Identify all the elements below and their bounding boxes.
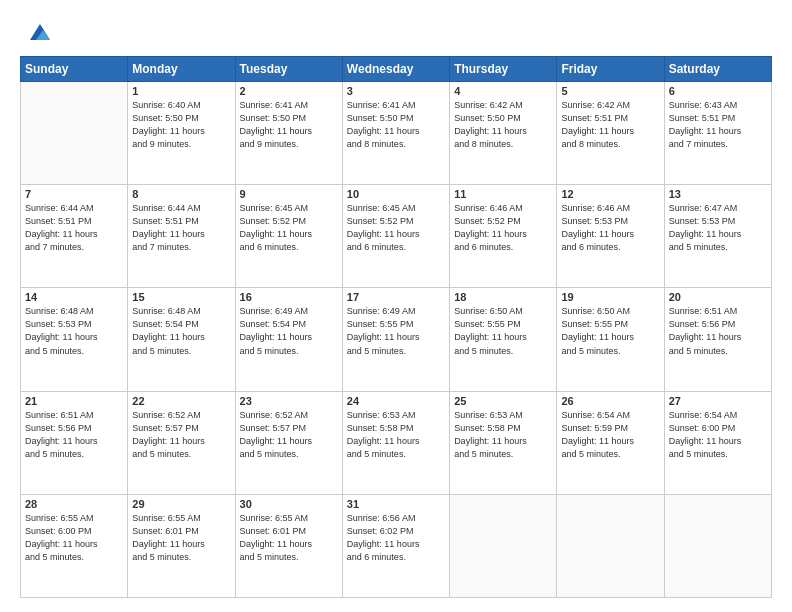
calendar-cell: 4Sunrise: 6:42 AM Sunset: 5:50 PM Daylig… [450, 82, 557, 185]
day-number: 3 [347, 85, 445, 97]
calendar-table: SundayMondayTuesdayWednesdayThursdayFrid… [20, 56, 772, 598]
day-number: 24 [347, 395, 445, 407]
day-info: Sunrise: 6:49 AM Sunset: 5:55 PM Dayligh… [347, 305, 445, 357]
day-info: Sunrise: 6:54 AM Sunset: 5:59 PM Dayligh… [561, 409, 659, 461]
day-number: 16 [240, 291, 338, 303]
day-info: Sunrise: 6:51 AM Sunset: 5:56 PM Dayligh… [25, 409, 123, 461]
day-number: 27 [669, 395, 767, 407]
day-info: Sunrise: 6:47 AM Sunset: 5:53 PM Dayligh… [669, 202, 767, 254]
day-number: 2 [240, 85, 338, 97]
calendar-cell: 21Sunrise: 6:51 AM Sunset: 5:56 PM Dayli… [21, 391, 128, 494]
day-info: Sunrise: 6:51 AM Sunset: 5:56 PM Dayligh… [669, 305, 767, 357]
day-info: Sunrise: 6:44 AM Sunset: 5:51 PM Dayligh… [132, 202, 230, 254]
weekday-header-row: SundayMondayTuesdayWednesdayThursdayFrid… [21, 57, 772, 82]
calendar-cell: 7Sunrise: 6:44 AM Sunset: 5:51 PM Daylig… [21, 185, 128, 288]
calendar-cell [450, 494, 557, 597]
day-number: 12 [561, 188, 659, 200]
week-row-3: 14Sunrise: 6:48 AM Sunset: 5:53 PM Dayli… [21, 288, 772, 391]
day-number: 26 [561, 395, 659, 407]
day-info: Sunrise: 6:41 AM Sunset: 5:50 PM Dayligh… [347, 99, 445, 151]
calendar-cell: 31Sunrise: 6:56 AM Sunset: 6:02 PM Dayli… [342, 494, 449, 597]
day-number: 20 [669, 291, 767, 303]
calendar-cell: 24Sunrise: 6:53 AM Sunset: 5:58 PM Dayli… [342, 391, 449, 494]
calendar-cell: 17Sunrise: 6:49 AM Sunset: 5:55 PM Dayli… [342, 288, 449, 391]
calendar-cell: 14Sunrise: 6:48 AM Sunset: 5:53 PM Dayli… [21, 288, 128, 391]
day-number: 6 [669, 85, 767, 97]
calendar-cell: 1Sunrise: 6:40 AM Sunset: 5:50 PM Daylig… [128, 82, 235, 185]
weekday-header-friday: Friday [557, 57, 664, 82]
calendar-cell [664, 494, 771, 597]
day-info: Sunrise: 6:45 AM Sunset: 5:52 PM Dayligh… [240, 202, 338, 254]
day-number: 25 [454, 395, 552, 407]
day-info: Sunrise: 6:45 AM Sunset: 5:52 PM Dayligh… [347, 202, 445, 254]
day-info: Sunrise: 6:49 AM Sunset: 5:54 PM Dayligh… [240, 305, 338, 357]
day-number: 21 [25, 395, 123, 407]
day-info: Sunrise: 6:48 AM Sunset: 5:53 PM Dayligh… [25, 305, 123, 357]
day-info: Sunrise: 6:50 AM Sunset: 5:55 PM Dayligh… [454, 305, 552, 357]
week-row-1: 1Sunrise: 6:40 AM Sunset: 5:50 PM Daylig… [21, 82, 772, 185]
week-row-5: 28Sunrise: 6:55 AM Sunset: 6:00 PM Dayli… [21, 494, 772, 597]
calendar-cell: 11Sunrise: 6:46 AM Sunset: 5:52 PM Dayli… [450, 185, 557, 288]
calendar-cell: 19Sunrise: 6:50 AM Sunset: 5:55 PM Dayli… [557, 288, 664, 391]
calendar-cell: 10Sunrise: 6:45 AM Sunset: 5:52 PM Dayli… [342, 185, 449, 288]
calendar-cell: 6Sunrise: 6:43 AM Sunset: 5:51 PM Daylig… [664, 82, 771, 185]
calendar-cell [21, 82, 128, 185]
day-number: 7 [25, 188, 123, 200]
day-number: 5 [561, 85, 659, 97]
day-number: 11 [454, 188, 552, 200]
day-info: Sunrise: 6:53 AM Sunset: 5:58 PM Dayligh… [454, 409, 552, 461]
day-info: Sunrise: 6:52 AM Sunset: 5:57 PM Dayligh… [132, 409, 230, 461]
day-number: 29 [132, 498, 230, 510]
calendar-cell: 5Sunrise: 6:42 AM Sunset: 5:51 PM Daylig… [557, 82, 664, 185]
calendar-cell: 3Sunrise: 6:41 AM Sunset: 5:50 PM Daylig… [342, 82, 449, 185]
calendar-cell: 26Sunrise: 6:54 AM Sunset: 5:59 PM Dayli… [557, 391, 664, 494]
calendar-cell: 27Sunrise: 6:54 AM Sunset: 6:00 PM Dayli… [664, 391, 771, 494]
day-number: 18 [454, 291, 552, 303]
day-info: Sunrise: 6:55 AM Sunset: 6:00 PM Dayligh… [25, 512, 123, 564]
calendar-cell: 9Sunrise: 6:45 AM Sunset: 5:52 PM Daylig… [235, 185, 342, 288]
calendar-cell: 18Sunrise: 6:50 AM Sunset: 5:55 PM Dayli… [450, 288, 557, 391]
calendar-cell: 30Sunrise: 6:55 AM Sunset: 6:01 PM Dayli… [235, 494, 342, 597]
page: SundayMondayTuesdayWednesdayThursdayFrid… [0, 0, 792, 612]
day-number: 23 [240, 395, 338, 407]
day-info: Sunrise: 6:54 AM Sunset: 6:00 PM Dayligh… [669, 409, 767, 461]
day-number: 22 [132, 395, 230, 407]
day-number: 28 [25, 498, 123, 510]
day-info: Sunrise: 6:46 AM Sunset: 5:52 PM Dayligh… [454, 202, 552, 254]
weekday-header-tuesday: Tuesday [235, 57, 342, 82]
logo [20, 18, 54, 46]
day-info: Sunrise: 6:40 AM Sunset: 5:50 PM Dayligh… [132, 99, 230, 151]
week-row-2: 7Sunrise: 6:44 AM Sunset: 5:51 PM Daylig… [21, 185, 772, 288]
calendar-cell: 22Sunrise: 6:52 AM Sunset: 5:57 PM Dayli… [128, 391, 235, 494]
day-info: Sunrise: 6:43 AM Sunset: 5:51 PM Dayligh… [669, 99, 767, 151]
calendar-cell: 8Sunrise: 6:44 AM Sunset: 5:51 PM Daylig… [128, 185, 235, 288]
day-number: 10 [347, 188, 445, 200]
calendar-cell: 2Sunrise: 6:41 AM Sunset: 5:50 PM Daylig… [235, 82, 342, 185]
day-info: Sunrise: 6:46 AM Sunset: 5:53 PM Dayligh… [561, 202, 659, 254]
calendar-cell: 23Sunrise: 6:52 AM Sunset: 5:57 PM Dayli… [235, 391, 342, 494]
day-number: 15 [132, 291, 230, 303]
day-number: 9 [240, 188, 338, 200]
day-info: Sunrise: 6:50 AM Sunset: 5:55 PM Dayligh… [561, 305, 659, 357]
day-number: 14 [25, 291, 123, 303]
day-info: Sunrise: 6:53 AM Sunset: 5:58 PM Dayligh… [347, 409, 445, 461]
calendar-cell: 15Sunrise: 6:48 AM Sunset: 5:54 PM Dayli… [128, 288, 235, 391]
header [20, 18, 772, 46]
calendar-cell: 16Sunrise: 6:49 AM Sunset: 5:54 PM Dayli… [235, 288, 342, 391]
calendar-cell: 25Sunrise: 6:53 AM Sunset: 5:58 PM Dayli… [450, 391, 557, 494]
day-number: 4 [454, 85, 552, 97]
day-number: 30 [240, 498, 338, 510]
day-info: Sunrise: 6:42 AM Sunset: 5:50 PM Dayligh… [454, 99, 552, 151]
day-number: 1 [132, 85, 230, 97]
calendar-cell: 13Sunrise: 6:47 AM Sunset: 5:53 PM Dayli… [664, 185, 771, 288]
day-info: Sunrise: 6:55 AM Sunset: 6:01 PM Dayligh… [132, 512, 230, 564]
day-info: Sunrise: 6:44 AM Sunset: 5:51 PM Dayligh… [25, 202, 123, 254]
day-info: Sunrise: 6:56 AM Sunset: 6:02 PM Dayligh… [347, 512, 445, 564]
day-info: Sunrise: 6:52 AM Sunset: 5:57 PM Dayligh… [240, 409, 338, 461]
weekday-header-saturday: Saturday [664, 57, 771, 82]
calendar-cell: 12Sunrise: 6:46 AM Sunset: 5:53 PM Dayli… [557, 185, 664, 288]
day-info: Sunrise: 6:55 AM Sunset: 6:01 PM Dayligh… [240, 512, 338, 564]
weekday-header-monday: Monday [128, 57, 235, 82]
day-info: Sunrise: 6:42 AM Sunset: 5:51 PM Dayligh… [561, 99, 659, 151]
calendar-cell: 29Sunrise: 6:55 AM Sunset: 6:01 PM Dayli… [128, 494, 235, 597]
